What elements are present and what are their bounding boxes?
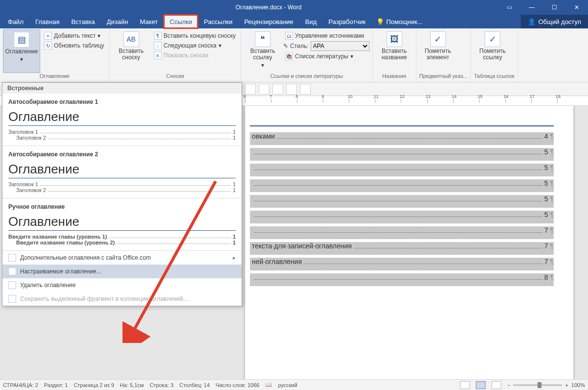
show-notes-button[interactable]: ≡Показать сноски [152, 51, 238, 60]
bibliography-icon: 📚 [285, 52, 293, 60]
group-toc-label: Оглавление [3, 73, 106, 82]
insert-caption-button[interactable]: 🖼 Вставить название [376, 29, 413, 73]
save-toc-gallery-label: Сохранить выделенный фрагмент в коллекци… [20, 295, 188, 302]
proofing-icon[interactable]: 📖 [265, 382, 272, 388]
status-language[interactable]: русский [278, 382, 297, 388]
group-citations-label: Ссылки и списки литературы [244, 73, 369, 82]
status-at[interactable]: На: 5,1см [120, 382, 144, 388]
insert-citation-button[interactable]: ❝ Вставить ссылку ▾ [244, 29, 281, 73]
tell-me[interactable]: 💡 Помощник... [371, 15, 427, 28]
manage-sources-button[interactable]: 🗂Управление источниками [283, 31, 369, 40]
title-bar: Оглавление.docx - Word ▭ — ☐ ✕ [0, 0, 588, 15]
qat-btn-5[interactable] [300, 84, 311, 95]
remove-toc-label: Удалить оглавление [20, 282, 75, 289]
status-words[interactable]: Число слов: 1066 [216, 382, 259, 388]
custom-toc-action[interactable]: Настраиваемое оглавление... [2, 265, 242, 278]
citation-style: ✎ Стиль: APA [283, 41, 369, 51]
group-captions-label: Названия [376, 73, 413, 82]
document-page[interactable]: овками4¶5¶5¶5¶5¶5¶7¶текста·для·записей·о… [245, 106, 573, 379]
web-layout-button[interactable] [491, 381, 501, 389]
next-footnote-button[interactable]: ↓Следующая сноска ▾ [152, 41, 238, 50]
group-citations: ❝ Вставить ссылку ▾ 🗂Управление источник… [241, 28, 372, 82]
minimize-icon[interactable]: — [520, 0, 543, 15]
tab-home[interactable]: Главная [29, 15, 65, 28]
status-column[interactable]: Столбец: 14 [179, 382, 210, 388]
toa-icon: ✓ [485, 31, 500, 47]
ribbon-tabs: Файл Главная Вставка Дизайн Макет Ссылки… [0, 15, 588, 28]
show-notes-label: Показать сноски [164, 52, 209, 59]
tab-review[interactable]: Рецензирование [238, 15, 299, 28]
bibliography-button[interactable]: 📚Список литературы ▾ [283, 52, 369, 61]
tab-insert[interactable]: Вставка [65, 15, 100, 28]
read-mode-button[interactable] [460, 381, 470, 389]
mark-citation-label: Пометить ссылку [474, 48, 511, 61]
zoom-in-icon[interactable]: + [565, 382, 568, 388]
caption-icon: 🖼 [387, 31, 402, 47]
endnote-icon: ¶ [154, 32, 162, 40]
toc-title-underline [250, 125, 554, 126]
close-icon[interactable]: ✕ [565, 0, 588, 15]
more-toc-office-com[interactable]: Дополнительные оглавления с сайта Office… [2, 251, 242, 265]
toc-entry[interactable]: овками4¶ [250, 132, 554, 145]
citation-icon: ❝ [255, 31, 270, 47]
toc-entry[interactable]: текста·для·записей·оглавления7¶ [250, 242, 554, 255]
qat-btn-4[interactable] [286, 84, 297, 95]
zoom-out-icon[interactable]: − [507, 382, 510, 388]
chevron-down-icon: ▾ [20, 56, 23, 63]
tab-mailings[interactable]: Рассылки [198, 15, 238, 28]
qat-btn-1[interactable] [245, 84, 256, 95]
status-page-of[interactable]: Страница 2 из 9 [74, 382, 114, 388]
status-page[interactable]: СТРАНИЦА: 2 [3, 382, 38, 388]
status-line[interactable]: Строка: 3 [149, 382, 173, 388]
save-gallery-icon [8, 295, 16, 303]
share-button[interactable]: 👤 Общий доступ [521, 15, 588, 28]
toc-entry[interactable]: 5¶ [250, 179, 554, 192]
qat-btn-3[interactable] [272, 84, 283, 95]
toc-entry[interactable]: 7¶ [250, 226, 554, 239]
toc-entry[interactable]: ней·оглавления7¶ [250, 258, 554, 270]
toc-entry[interactable]: 5¶ [250, 195, 554, 208]
toc-gallery-dropdown[interactable]: Встроенные Автособираемое оглавление 1 О… [2, 82, 242, 306]
tab-design[interactable]: Дизайн [101, 15, 134, 28]
tab-developer[interactable]: Разработчик [322, 15, 371, 28]
custom-toc-icon [8, 268, 16, 275]
maximize-icon[interactable]: ☐ [543, 0, 565, 15]
toc-entry[interactable]: 8¶ [250, 273, 554, 286]
status-section[interactable]: Раздел: 1 [44, 382, 68, 388]
globe-icon [8, 254, 16, 262]
print-layout-button[interactable] [476, 381, 486, 389]
gallery-toc-item[interactable]: Автособираемое оглавление 1 Оглавление З… [2, 94, 242, 141]
tab-file[interactable]: Файл [2, 15, 29, 28]
mark-citation-button[interactable]: ✓ Пометить ссылку [474, 29, 511, 73]
toc-entry[interactable]: 5¶ [250, 164, 554, 176]
remove-toc-action[interactable]: Удалить оглавление [2, 278, 242, 292]
tab-view[interactable]: Вид [299, 15, 323, 28]
save-toc-gallery-action: Сохранить выделенный фрагмент в коллекци… [2, 292, 242, 306]
person-icon: 👤 [528, 18, 536, 25]
zoom-slider[interactable] [513, 384, 562, 386]
insert-endnote-button[interactable]: ¶Вставить концевую сноску [152, 31, 238, 40]
tab-layout[interactable]: Макет [134, 15, 164, 28]
tell-me-label: Помощник... [386, 18, 422, 25]
qat-btn-2[interactable] [259, 84, 270, 95]
toc-entry[interactable]: 5¶ [250, 148, 554, 161]
footnote-icon: AB [123, 31, 139, 47]
toc-button[interactable]: ▤ Оглавление ▾ [3, 29, 40, 73]
next-footnote-icon: ↓ [154, 42, 162, 49]
toc-entry[interactable]: 5¶ [250, 211, 554, 223]
style-select[interactable]: APA [311, 41, 369, 51]
share-label: Общий доступ [539, 18, 581, 25]
zoom-control[interactable]: − + 100% [507, 382, 585, 388]
gallery-toc-item[interactable]: Ручное оглавление Оглавление Введите наз… [2, 198, 242, 245]
gallery-toc-item[interactable]: Автособираемое оглавление 2 Оглавление З… [2, 146, 242, 193]
insert-footnote-button[interactable]: AB Вставить сноску [113, 29, 150, 73]
add-text-button[interactable]: +Добавить текст ▾ [42, 31, 106, 40]
lightbulb-icon: 💡 [376, 18, 384, 25]
show-notes-icon: ≡ [154, 51, 162, 59]
tab-references[interactable]: Ссылки [164, 15, 198, 28]
update-table-button[interactable]: ↻Обновить таблицу [42, 41, 106, 50]
zoom-level[interactable]: 100% [571, 382, 585, 388]
mark-index-entry-button[interactable]: ✓ Пометить элемент [419, 29, 457, 73]
ribbon-options-icon[interactable]: ▭ [498, 0, 520, 15]
more-toc-label: Дополнительные оглавления с сайта Office… [20, 254, 151, 261]
